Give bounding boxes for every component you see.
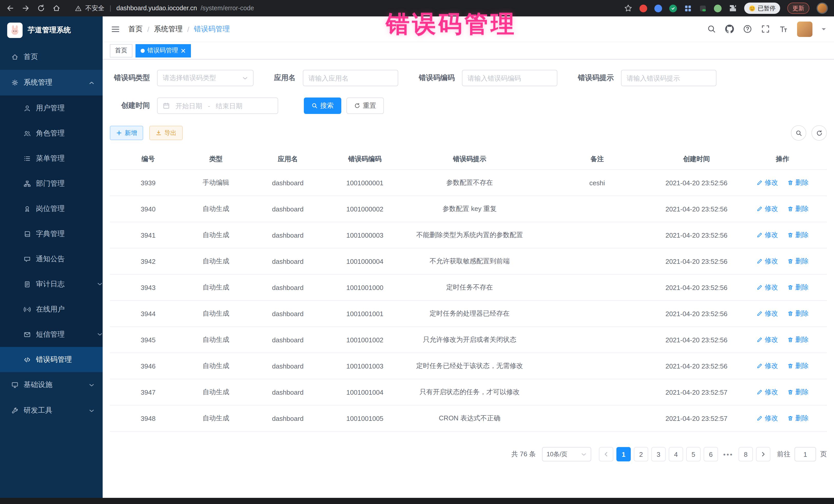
delete-link[interactable]: 删除 — [787, 414, 809, 423]
sidebar-item-home[interactable]: 首页 — [0, 44, 103, 70]
page-button-6[interactable]: 6 — [704, 447, 718, 461]
end-date-input[interactable] — [213, 102, 245, 110]
extension-blue-icon[interactable] — [654, 4, 662, 12]
breadcrumb-system-mgmt[interactable]: 系统管理 — [154, 24, 183, 34]
edit-link[interactable]: 修改 — [756, 335, 778, 344]
edit-link[interactable]: 修改 — [756, 388, 778, 397]
page-button-5[interactable]: 5 — [686, 447, 701, 461]
page-button-2[interactable]: 2 — [634, 447, 648, 461]
sidebar-item-dept-mgmt[interactable]: 部门管理 — [0, 171, 103, 196]
github-icon[interactable] — [725, 25, 734, 34]
page-button-4[interactable]: 4 — [669, 447, 683, 461]
edit-link[interactable]: 修改 — [756, 414, 778, 423]
tab-error-code-mgmt[interactable]: 错误码管理 — [135, 44, 191, 57]
bookmark-star-icon[interactable] — [624, 4, 632, 12]
tab-home[interactable]: 首页 — [110, 44, 132, 57]
error-code-input[interactable] — [467, 74, 552, 82]
sidebar-item-sms-mgmt[interactable]: 短信管理 — [0, 322, 103, 347]
sidebar-item-post-mgmt[interactable]: 岗位管理 — [0, 196, 103, 221]
refresh-table-button[interactable] — [811, 125, 827, 140]
page-button-3[interactable]: 3 — [651, 447, 666, 461]
browser-profile-avatar[interactable] — [816, 3, 828, 14]
app-name-field[interactable] — [303, 70, 398, 86]
extension-grid-icon[interactable] — [684, 4, 692, 12]
export-button[interactable]: 导出 — [149, 126, 183, 140]
browser-update-button[interactable]: 更新 — [787, 3, 809, 14]
trash-icon — [787, 310, 793, 317]
forward-icon[interactable] — [22, 4, 30, 12]
sidebar-item-notice[interactable]: 通知公告 — [0, 246, 103, 271]
avatar-caret-down-icon[interactable] — [822, 28, 826, 32]
user-avatar[interactable] — [797, 21, 812, 37]
delete-link[interactable]: 删除 — [787, 231, 809, 240]
extension-green-check-icon[interactable] — [669, 4, 677, 12]
sidebar-item-online-users[interactable]: 在线用户 — [0, 297, 103, 322]
sidebar-item-label: 错误码管理 — [36, 355, 72, 364]
delete-link[interactable]: 删除 — [787, 257, 809, 266]
sidebar-item-role-mgmt[interactable]: 角色管理 — [0, 120, 103, 146]
app-name-input[interactable] — [308, 74, 393, 82]
prev-page-button[interactable] — [599, 447, 613, 461]
tab-close-icon[interactable] — [181, 48, 186, 53]
chevron-down-icon — [242, 75, 248, 81]
cell-memo — [540, 353, 655, 379]
address-bar[interactable]: 不安全 | dashboard.yudao.iocoder.cn/system/… — [75, 4, 254, 13]
delete-link[interactable]: 删除 — [787, 388, 809, 397]
edit-link-label: 修改 — [765, 361, 778, 371]
page-button-1[interactable]: 1 — [616, 447, 631, 461]
edit-link[interactable]: 修改 — [756, 257, 778, 266]
edit-link[interactable]: 修改 — [756, 231, 778, 240]
more-pages-button[interactable]: ••• — [721, 447, 736, 461]
sidebar-item-menu-mgmt[interactable]: 菜单管理 — [0, 146, 103, 171]
sidebar-item-dev-tools[interactable]: 研发工具 — [0, 398, 103, 423]
delete-link[interactable]: 删除 — [787, 178, 809, 187]
error-hint-input[interactable] — [627, 74, 711, 82]
search-button[interactable]: 搜索 — [304, 97, 341, 114]
extension-red-icon[interactable] — [639, 4, 647, 12]
app-logo[interactable]: 芋道管理系统 — [0, 17, 103, 44]
add-button[interactable]: 新增 — [110, 126, 143, 140]
error-type-select[interactable]: 请选择错误码类型 — [157, 70, 254, 86]
edit-link[interactable]: 修改 — [756, 361, 778, 371]
sidebar-item-audit-log[interactable]: 审计日志 — [0, 271, 103, 297]
create-time-range-picker[interactable]: - — [157, 97, 278, 114]
delete-link[interactable]: 删除 — [787, 361, 809, 371]
reset-button[interactable]: 重置 — [347, 97, 384, 114]
pencil-icon — [756, 337, 763, 343]
start-date-input[interactable] — [173, 102, 205, 110]
delete-link[interactable]: 删除 — [787, 283, 809, 292]
sidebar-item-error-code-mgmt[interactable]: 错误码管理 — [0, 347, 103, 372]
edit-link[interactable]: 修改 — [756, 283, 778, 292]
page-button-8[interactable]: 8 — [739, 447, 753, 461]
home-icon[interactable] — [52, 4, 61, 12]
fullscreen-icon[interactable] — [761, 25, 770, 34]
help-icon[interactable] — [743, 25, 752, 34]
delete-link[interactable]: 删除 — [787, 309, 809, 318]
hamburger-icon[interactable] — [111, 24, 120, 34]
edit-link[interactable]: 修改 — [756, 178, 778, 187]
toggle-search-button[interactable] — [791, 125, 806, 140]
breadcrumb-home[interactable]: 首页 — [128, 24, 143, 34]
reload-icon[interactable] — [37, 4, 45, 12]
extension-leaf-icon[interactable] — [714, 4, 721, 12]
active-dot-icon — [140, 48, 145, 52]
page-size-select[interactable]: 10条/页 — [542, 447, 591, 461]
error-code-field[interactable] — [462, 70, 557, 86]
back-icon[interactable] — [6, 4, 14, 12]
error-hint-field[interactable] — [621, 70, 717, 86]
edit-link[interactable]: 修改 — [756, 204, 778, 214]
sidebar-item-infrastructure[interactable]: 基础设施 — [0, 372, 103, 398]
search-icon[interactable] — [707, 25, 716, 34]
font-size-icon[interactable] — [779, 25, 788, 34]
extension-on-badge-icon[interactable] — [699, 4, 706, 12]
sidebar-item-user-mgmt[interactable]: 用户管理 — [0, 95, 103, 120]
sidebar-item-dict-mgmt[interactable]: 字典管理 — [0, 221, 103, 246]
sidebar-item-system-mgmt[interactable]: 系统管理 — [0, 70, 103, 95]
next-page-button[interactable] — [756, 447, 770, 461]
delete-link[interactable]: 删除 — [787, 335, 809, 344]
profile-paused-badge[interactable]: 已暂停 — [744, 3, 780, 14]
edit-link[interactable]: 修改 — [756, 309, 778, 318]
delete-link[interactable]: 删除 — [787, 204, 809, 214]
puzzle-extensions-icon[interactable] — [728, 4, 737, 12]
goto-page-input[interactable] — [794, 447, 816, 461]
